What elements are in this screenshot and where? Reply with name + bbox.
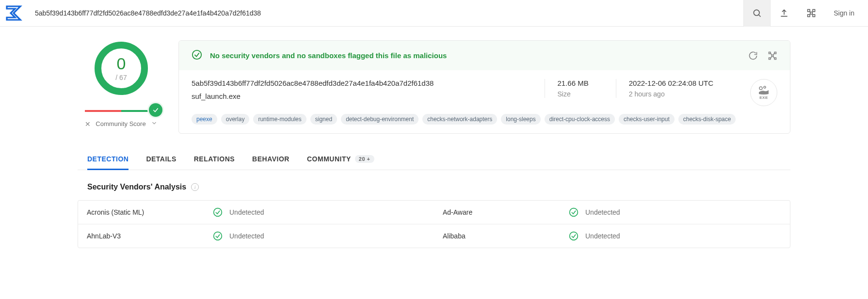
vendor-status: Undetected — [560, 224, 790, 248]
tab-badge: 20 + — [355, 155, 374, 163]
tag-runtime-modules[interactable]: runtime-modules — [253, 114, 306, 125]
svg-rect-10 — [774, 52, 776, 53]
score-donut: 0 / 67 — [93, 40, 149, 96]
reanalyze-icon[interactable] — [748, 51, 758, 61]
status-message: No security vendors and no sandboxes fla… — [210, 51, 447, 60]
svg-line-1 — [759, 15, 761, 17]
svg-line-15 — [773, 53, 775, 55]
section-heading-text: Security Vendors' Analysis — [87, 183, 186, 191]
vendor-name: Alibaba — [434, 224, 560, 248]
svg-line-14 — [771, 53, 772, 55]
svg-rect-11 — [769, 58, 771, 59]
tag-overlay[interactable]: overlay — [221, 114, 250, 125]
svg-point-0 — [754, 10, 760, 16]
tab-community[interactable]: COMMUNITY20 + — [307, 149, 374, 170]
tag-detect-debug-environment[interactable]: detect-debug-environment — [341, 114, 418, 125]
svg-rect-2 — [808, 10, 810, 12]
svg-line-16 — [771, 56, 772, 58]
vendor-status: Undetected — [204, 224, 434, 248]
expand-icon[interactable] — [151, 120, 158, 128]
upload-button[interactable] — [771, 0, 798, 27]
svg-rect-4 — [813, 10, 815, 12]
community-score-label: Community Score — [96, 120, 145, 127]
community-check-icon — [149, 103, 162, 117]
analysis-date: 2022-12-06 02:24:08 UTC — [629, 79, 713, 87]
tab-label: BEHAVIOR — [252, 155, 289, 163]
tab-label: COMMUNITY — [307, 155, 351, 163]
file-type-icon: EXE — [750, 79, 777, 106]
file-name: suf_launch.exe — [192, 92, 530, 100]
vendor-row: AhnLab-V3UndetectedAlibabaUndetected — [78, 224, 790, 248]
vendor-name: Acronis (Static ML) — [78, 201, 204, 224]
topbar-actions: Sign in — [743, 0, 863, 27]
details-card: No security vendors and no sandboxes fla… — [178, 40, 790, 134]
tag-checks-disk-space[interactable]: checks-disk-space — [678, 114, 736, 125]
summary-row: 0 / 67 ✕ Community Score — [78, 40, 790, 134]
tab-details[interactable]: DETAILS — [146, 149, 176, 170]
site-logo[interactable] — [4, 3, 23, 23]
tag-checks-user-input[interactable]: checks-user-input — [619, 114, 675, 125]
tag-peexe[interactable]: peexe — [192, 114, 217, 125]
file-size-label: Size — [558, 90, 589, 98]
svg-point-21 — [570, 208, 578, 217]
score-total-count: / 67 — [115, 74, 127, 81]
apps-button[interactable] — [798, 0, 825, 27]
tab-relations[interactable]: RELATIONS — [194, 149, 235, 170]
tag-signed[interactable]: signed — [310, 114, 337, 125]
file-size-value: 21.66 MB — [558, 79, 589, 87]
file-info-row: 5ab5f39d143b6ff77df2fd5026ac8e4788edfd3d… — [179, 70, 790, 110]
banner-actions — [748, 51, 777, 61]
tab-behavior[interactable]: BEHAVIOR — [252, 149, 289, 170]
svg-rect-12 — [774, 58, 776, 59]
svg-point-22 — [214, 232, 222, 240]
score-column: 0 / 67 ✕ Community Score — [78, 40, 165, 134]
vendor-name: AhnLab-V3 — [78, 224, 204, 248]
status-banner: No security vendors and no sandboxes fla… — [179, 41, 790, 70]
svg-rect-13 — [772, 55, 773, 56]
svg-point-20 — [214, 208, 222, 217]
score-malicious-count: 0 — [117, 55, 126, 72]
header-hash: 5ab5f39d143b6ff77df2fd5026ac8e4788edfd3d… — [35, 9, 743, 17]
tab-label: DETECTION — [87, 155, 129, 163]
date-block: 2022-12-06 02:24:08 UTC 2 hours ago — [616, 79, 726, 98]
file-hash: 5ab5f39d143b6ff77df2fd5026ac8e4788edfd3d… — [192, 79, 530, 87]
tag-long-sleeps[interactable]: long-sleeps — [501, 114, 540, 125]
svg-point-23 — [570, 232, 578, 240]
svg-line-17 — [773, 56, 775, 58]
tab-detection[interactable]: DETECTION — [87, 149, 129, 170]
tab-label: DETAILS — [146, 155, 176, 163]
svg-point-19 — [764, 86, 766, 88]
vendor-table: Acronis (Static ML)UndetectedAd-AwareUnd… — [78, 200, 790, 248]
vendor-name: Ad-Aware — [434, 201, 560, 224]
tag-direct-cpu-clock-access[interactable]: direct-cpu-clock-access — [545, 114, 615, 125]
svg-rect-9 — [769, 52, 771, 53]
search-button[interactable] — [743, 0, 771, 27]
svg-point-8 — [193, 50, 201, 59]
svg-rect-3 — [808, 15, 810, 17]
tab-label: RELATIONS — [194, 155, 235, 163]
vendor-status: Undetected — [204, 201, 434, 224]
analysis-age: 2 hours ago — [629, 90, 713, 98]
info-icon[interactable]: i — [191, 183, 199, 191]
close-icon[interactable]: ✕ — [85, 120, 91, 128]
svg-point-18 — [759, 87, 762, 90]
main-content: 0 / 67 ✕ Community Score — [78, 27, 790, 248]
graph-icon[interactable] — [768, 51, 777, 61]
vendor-status: Undetected — [560, 201, 790, 224]
tabs-nav: DETECTIONDETAILSRELATIONSBEHAVIORCOMMUNI… — [78, 149, 790, 170]
vendor-row: Acronis (Static ML)UndetectedAd-AwareUnd… — [78, 201, 790, 224]
svg-rect-6 — [810, 12, 813, 15]
top-bar: 5ab5f39d143b6ff77df2fd5026ac8e4788edfd3d… — [0, 0, 868, 27]
size-block: 21.66 MB Size — [545, 79, 601, 98]
community-score-row: ✕ Community Score — [85, 120, 157, 128]
svg-rect-5 — [813, 15, 815, 17]
sign-in-button[interactable]: Sign in — [825, 0, 863, 27]
file-type-label: EXE — [759, 95, 768, 100]
check-circle-icon — [192, 49, 202, 62]
tag-checks-network-adapters[interactable]: checks-network-adapters — [422, 114, 497, 125]
community-bar — [85, 110, 158, 112]
tags-row: peexeoverlayruntime-modulessigneddetect-… — [179, 110, 790, 133]
section-heading: Security Vendors' Analysis i — [78, 170, 790, 200]
